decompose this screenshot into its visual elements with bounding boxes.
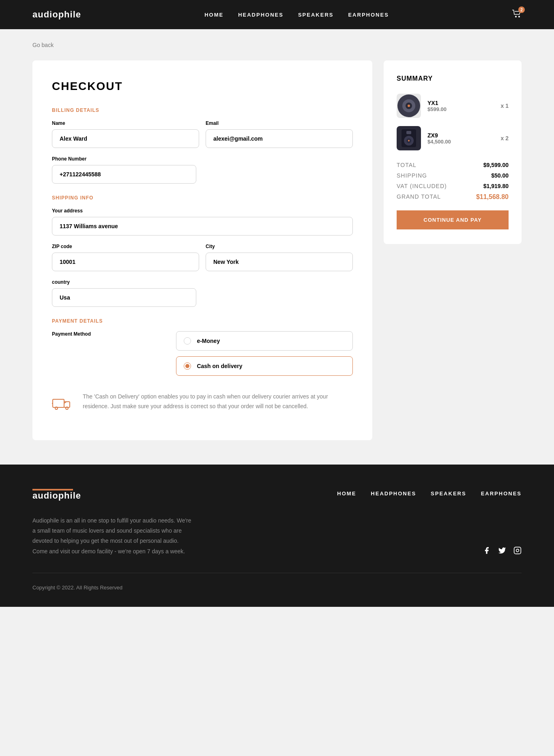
payment-options-group: e-Money Cash on delivery xyxy=(176,331,353,381)
yx1-qty: x 1 xyxy=(501,103,509,109)
city-label: City xyxy=(206,244,353,249)
footer-nav-speakers[interactable]: Speakers xyxy=(431,490,466,497)
footer-top: audiophile Home Headphones Speakers Earp… xyxy=(32,490,522,501)
footer-nav-earphones[interactable]: Earphones xyxy=(481,490,522,497)
zx9-name: ZX9 xyxy=(427,132,494,139)
name-group: Name xyxy=(52,120,199,148)
payment-method-label-group: Payment Method xyxy=(52,331,170,373)
footer-social xyxy=(483,546,522,557)
emoney-option[interactable]: e-Money xyxy=(176,331,353,351)
svg-point-0 xyxy=(515,16,517,17)
footer-logo[interactable]: audiophile xyxy=(32,490,81,501)
emoney-radio[interactable] xyxy=(184,337,191,345)
footer-nav: Home Headphones Speakers Earphones xyxy=(337,490,522,497)
vat-line: VAT (INCLUDED) $1,919.80 xyxy=(397,183,509,189)
address-group: Your address xyxy=(52,208,353,236)
facebook-icon[interactable] xyxy=(483,546,491,557)
svg-rect-16 xyxy=(406,131,411,134)
summary-item-zx9: ZX9 $4,500.00 x 2 xyxy=(397,126,509,150)
cart-button[interactable]: 2 xyxy=(512,10,522,19)
total-line: TOTAL $9,599.00 xyxy=(397,162,509,168)
footer-mid: Audiophile is an all in one stop to fulf… xyxy=(32,516,522,557)
yx1-price: $599.00 xyxy=(427,106,494,112)
shipping-value: $50.00 xyxy=(491,172,509,179)
footer-description: Audiophile is an all in one stop to fulf… xyxy=(32,516,195,557)
phone-label: Phone Number xyxy=(52,156,196,162)
footer-copyright: Copyright © 2022. All Rights Reserved xyxy=(32,585,522,591)
billing-section-label: BILLING DETAILS xyxy=(52,107,353,113)
footer-nav-headphones[interactable]: Headphones xyxy=(371,490,416,497)
cod-info-block: The 'Cash on Delivery' option enables yo… xyxy=(52,392,353,421)
yx1-info: YX1 $599.00 xyxy=(427,100,494,112)
cart-badge: 2 xyxy=(518,6,525,13)
payment-method-label: Payment Method xyxy=(52,331,170,337)
email-group: Email xyxy=(206,120,353,148)
continue-pay-button[interactable]: Continue and pay xyxy=(397,210,509,229)
payment-section-label: PAYMENT DETAILS xyxy=(52,318,353,324)
city-group: City xyxy=(206,244,353,271)
checkout-title: CHECKOUT xyxy=(52,80,353,93)
svg-point-4 xyxy=(55,407,58,409)
zip-group: ZIP code xyxy=(52,244,199,271)
yx1-image xyxy=(397,94,421,118)
header-nav: Home Headphones Speakers Earphones xyxy=(204,12,389,18)
svg-point-5 xyxy=(66,407,68,409)
grand-total-label: GRAND TOTAL xyxy=(397,193,441,201)
country-input[interactable] xyxy=(52,288,196,307)
main-content: Go back CHECKOUT BILLING DETAILS Name Em… xyxy=(0,29,554,465)
phone-group: Phone Number xyxy=(52,156,196,184)
vat-value: $1,919.80 xyxy=(483,183,509,189)
cod-radio[interactable] xyxy=(184,362,191,370)
nav-home[interactable]: Home xyxy=(204,12,223,18)
svg-point-15 xyxy=(408,140,410,141)
cod-description: The 'Cash on Delivery' option enables yo… xyxy=(83,392,353,411)
summary-title: SUMMARY xyxy=(397,75,509,82)
cod-delivery-icon xyxy=(52,394,71,417)
zip-input[interactable] xyxy=(52,253,199,271)
nav-earphones[interactable]: Earphones xyxy=(348,12,389,18)
summary-item-yx1: YX1 $599.00 x 1 xyxy=(397,94,509,118)
svg-point-10 xyxy=(408,105,410,107)
city-input[interactable] xyxy=(206,253,353,271)
nav-speakers[interactable]: Speakers xyxy=(298,12,334,18)
phone-input[interactable] xyxy=(52,165,196,184)
shipping-section-label: SHIPPING INFO xyxy=(52,195,353,201)
footer: audiophile Home Headphones Speakers Earp… xyxy=(0,465,554,607)
billing-row-2: Phone Number xyxy=(52,156,353,192)
svg-rect-2 xyxy=(53,399,64,407)
header-logo[interactable]: audiophile xyxy=(32,9,81,20)
footer-nav-home[interactable]: Home xyxy=(337,490,356,497)
name-input[interactable] xyxy=(52,129,199,148)
checkout-form-card: CHECKOUT BILLING DETAILS Name Email Phon… xyxy=(32,60,372,440)
nav-headphones[interactable]: Headphones xyxy=(238,12,283,18)
header: audiophile Home Headphones Speakers Earp… xyxy=(0,0,554,29)
svg-point-1 xyxy=(518,16,520,17)
address-label: Your address xyxy=(52,208,353,214)
summary-card: SUMMARY YX1 $599.00 xyxy=(384,60,522,244)
email-label: Email xyxy=(206,120,353,126)
billing-row-1: Name Email xyxy=(52,120,353,156)
shipping-row-3: country xyxy=(52,279,353,315)
instagram-icon[interactable] xyxy=(513,546,522,557)
cod-label: Cash on delivery xyxy=(197,363,242,369)
country-group: country xyxy=(52,279,196,307)
svg-rect-17 xyxy=(514,547,521,554)
total-value: $9,599.00 xyxy=(483,162,509,168)
cod-option[interactable]: Cash on delivery xyxy=(176,356,353,376)
checkout-layout: CHECKOUT BILLING DETAILS Name Email Phon… xyxy=(32,60,522,440)
total-label: TOTAL xyxy=(397,162,417,168)
address-input[interactable] xyxy=(52,217,353,236)
footer-bottom: Copyright © 2022. All Rights Reserved xyxy=(32,573,522,591)
vat-label: VAT (INCLUDED) xyxy=(397,183,447,189)
payment-method-row: Payment Method e-Money Cash on delivery xyxy=(52,331,353,381)
twitter-icon[interactable] xyxy=(498,546,506,557)
name-label: Name xyxy=(52,120,199,126)
shipping-line: SHIPPING $50.00 xyxy=(397,172,509,179)
zx9-qty: x 2 xyxy=(501,135,509,141)
grand-total-value: $11,568.80 xyxy=(476,193,509,201)
cod-radio-dot xyxy=(185,364,189,368)
zx9-image xyxy=(397,126,421,150)
email-input[interactable] xyxy=(206,129,353,148)
shipping-row-2: ZIP code City xyxy=(52,244,353,279)
go-back-link[interactable]: Go back xyxy=(32,42,54,48)
